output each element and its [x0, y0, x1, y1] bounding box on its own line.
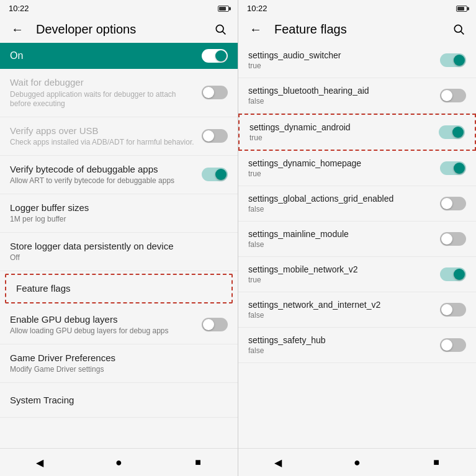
wait-for-debugger-toggle[interactable] — [202, 86, 228, 99]
left-time: 10:22 — [9, 4, 29, 13]
right-app-bar: ← Feature flags — [238, 16, 476, 43]
system-tracing-title: System Tracing — [10, 394, 220, 406]
verify-apps-usb-subtitle: Check apps installed via ADB/ADT for har… — [10, 138, 194, 148]
system-tracing-text: System Tracing — [10, 394, 228, 406]
gpu-debug-item[interactable]: Enable GPU debug layers Allow loading GP… — [0, 306, 238, 344]
flag-text-settings_dynamic_android: settings_dynamic_androidtrue — [249, 122, 351, 142]
on-label: On — [10, 50, 23, 61]
gpu-debug-subtitle: Allow loading GPU debug layers for debug… — [10, 326, 194, 336]
verify-bytecode-title: Verify bytecode of debuggable apps — [10, 163, 194, 176]
flag-toggle-settings_mobile_network_v2[interactable] — [440, 267, 466, 281]
flag-value-0: true — [248, 61, 341, 70]
flag-value-4: false — [248, 205, 393, 213]
flag-name-3: settings_dynamic_homepage — [248, 158, 361, 168]
left-nav-recent[interactable]: ■ — [191, 455, 205, 470]
developer-options-toggle[interactable] — [202, 49, 228, 63]
flag-toggle-settings_network_and_internet_v2[interactable] — [440, 303, 466, 317]
right-battery-icon — [456, 6, 467, 12]
flag-item-settings_audio_switcher[interactable]: settings_audio_switchertrue — [238, 43, 476, 78]
system-tracing-item[interactable]: System Tracing — [0, 383, 238, 418]
left-app-bar: ← Developer options — [0, 16, 238, 43]
flag-name-5: settings_mainline_module — [248, 229, 349, 239]
flag-toggle-settings_dynamic_android[interactable] — [439, 125, 465, 139]
flag-item-settings_mainline_module[interactable]: settings_mainline_modulefalse — [238, 222, 476, 257]
right-back-button[interactable]: ← — [247, 20, 264, 38]
flag-value-1: false — [248, 97, 369, 106]
flag-name-6: settings_mobile_network_v2 — [248, 264, 358, 274]
store-logger-title: Store logger data persistently on device — [10, 240, 220, 253]
flag-value-7: false — [248, 311, 380, 320]
logger-buffer-text: Logger buffer sizes 1M per log buffer — [10, 202, 228, 225]
right-panel: 10:22 ← Feature flags settings_audio_swi… — [238, 0, 476, 476]
game-driver-item[interactable]: Game Driver Preferences Modify Game Driv… — [0, 344, 238, 383]
svg-line-3 — [461, 32, 464, 35]
left-nav-back[interactable]: ◀ — [32, 455, 47, 470]
svg-point-2 — [454, 25, 462, 32]
left-back-button[interactable]: ← — [9, 20, 26, 38]
left-panel: 10:22 ← Developer options On Wait for de… — [0, 0, 238, 476]
left-page-title: Developer options — [36, 22, 202, 37]
verify-bytecode-subtitle: Allow ART to verify bytecode for debugga… — [10, 176, 194, 186]
flag-text-settings_dynamic_homepage: settings_dynamic_homepagetrue — [248, 158, 361, 178]
game-driver-subtitle: Modify Game Driver settings — [10, 365, 220, 375]
game-driver-text: Game Driver Preferences Modify Game Driv… — [10, 352, 228, 375]
flag-name-0: settings_audio_switcher — [248, 50, 341, 60]
verify-apps-usb-item[interactable]: Verify apps over USB Check apps installe… — [0, 117, 238, 156]
wait-for-debugger-title: Wait for debugger — [10, 76, 194, 89]
logger-buffer-item[interactable]: Logger buffer sizes 1M per log buffer — [0, 194, 238, 233]
flag-item-settings_dynamic_homepage[interactable]: settings_dynamic_homepagetrue — [238, 151, 476, 186]
flag-value-6: true — [248, 276, 358, 284]
svg-line-1 — [223, 32, 226, 35]
verify-bytecode-text: Verify bytecode of debuggable apps Allow… — [10, 163, 202, 186]
gpu-debug-toggle[interactable] — [202, 318, 228, 331]
flag-item-settings_bluetooth_hearing_aid[interactable]: settings_bluetooth_hearing_aidfalse — [238, 78, 476, 114]
flag-toggle-settings_safety_hub[interactable] — [440, 338, 466, 352]
svg-point-0 — [216, 25, 223, 32]
verify-apps-usb-text: Verify apps over USB Check apps installe… — [10, 125, 202, 148]
left-nav-home[interactable]: ● — [111, 455, 126, 470]
right-nav-back[interactable]: ◀ — [271, 455, 285, 470]
verify-apps-usb-title: Verify apps over USB — [10, 125, 194, 137]
flag-item-settings_safety_hub[interactable]: settings_safety_hubfalse — [238, 328, 476, 363]
left-search-button[interactable] — [212, 20, 229, 38]
flag-toggle-settings_dynamic_homepage[interactable] — [440, 161, 466, 175]
developer-options-on-row[interactable]: On — [0, 43, 238, 69]
store-logger-text: Store logger data persistently on device… — [10, 240, 228, 263]
wait-for-debugger-item[interactable]: Wait for debugger Debugged application w… — [0, 69, 238, 117]
feature-flags-label: Feature flags — [16, 283, 71, 294]
flag-toggle-settings_mainline_module[interactable] — [440, 232, 466, 246]
flag-name-8: settings_safety_hub — [248, 335, 326, 345]
flag-item-settings_mobile_network_v2[interactable]: settings_mobile_network_v2true — [238, 257, 476, 292]
flag-text-settings_global_actions_grid_enabled: settings_global_actions_grid_enabledfals… — [248, 194, 393, 213]
flag-text-settings_safety_hub: settings_safety_hubfalse — [248, 335, 326, 355]
flag-value-2: true — [249, 133, 351, 142]
gpu-debug-text: Enable GPU debug layers Allow loading GP… — [10, 313, 202, 336]
flag-item-settings_dynamic_android[interactable]: settings_dynamic_androidtrue — [238, 114, 476, 151]
right-nav-home[interactable]: ● — [349, 455, 364, 470]
game-driver-title: Game Driver Preferences — [10, 352, 220, 364]
feature-flags-item[interactable]: Feature flags — [5, 274, 233, 303]
verify-apps-usb-toggle[interactable] — [202, 129, 228, 143]
flag-text-settings_mainline_module: settings_mainline_modulefalse — [248, 229, 349, 249]
right-nav-recent[interactable]: ■ — [429, 455, 444, 470]
flag-text-settings_bluetooth_hearing_aid: settings_bluetooth_hearing_aidfalse — [248, 86, 369, 106]
flag-item-settings_network_and_internet_v2[interactable]: settings_network_and_internet_v2false — [238, 292, 476, 328]
right-page-title: Feature flags — [274, 22, 440, 37]
flag-value-3: true — [248, 169, 361, 178]
wait-for-debugger-text: Wait for debugger Debugged application w… — [10, 76, 202, 109]
wait-for-debugger-subtitle: Debugged application waits for debugger … — [10, 90, 194, 109]
flag-toggle-settings_bluetooth_hearing_aid[interactable] — [440, 89, 466, 102]
flag-toggle-settings_audio_switcher[interactable] — [440, 53, 466, 67]
right-search-button[interactable] — [450, 20, 467, 38]
flag-name-1: settings_bluetooth_hearing_aid — [248, 86, 369, 96]
flag-name-7: settings_network_and_internet_v2 — [248, 300, 380, 310]
flag-text-settings_network_and_internet_v2: settings_network_and_internet_v2false — [248, 300, 380, 320]
flag-item-settings_global_actions_grid_enabled[interactable]: settings_global_actions_grid_enabledfals… — [238, 186, 476, 222]
verify-bytecode-toggle[interactable] — [202, 168, 228, 181]
store-logger-item[interactable]: Store logger data persistently on device… — [0, 233, 238, 271]
verify-bytecode-item[interactable]: Verify bytecode of debuggable apps Allow… — [0, 156, 238, 194]
left-nav-bar: ◀ ● ■ — [0, 448, 238, 476]
right-status-bar: 10:22 — [238, 0, 476, 16]
flag-toggle-settings_global_actions_grid_enabled[interactable] — [440, 197, 466, 210]
flag-value-5: false — [248, 240, 349, 249]
